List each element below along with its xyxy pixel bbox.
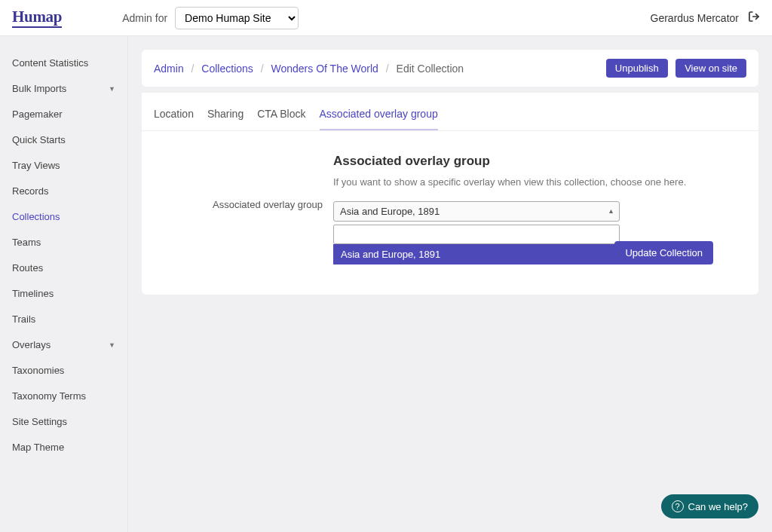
sidebar-item-taxonomy-terms[interactable]: Taxonomy Terms <box>12 386 127 406</box>
sidebar-item-label: Content Statistics <box>12 57 88 69</box>
breadcrumb-sep: / <box>261 63 264 75</box>
tab-cta-block[interactable]: CTA Block <box>257 93 305 130</box>
sidebar-item-label: Map Theme <box>12 442 64 453</box>
sidebar-item-map-theme[interactable]: Map Theme <box>12 437 127 457</box>
sidebar-item-trails[interactable]: Trails <box>12 309 127 329</box>
panel-title: Associated overlay group <box>333 154 713 169</box>
logout-icon[interactable] <box>748 11 760 25</box>
breadcrumb-admin[interactable]: Admin <box>154 63 184 75</box>
site-selector[interactable]: Demo Humap Site <box>175 7 299 29</box>
admin-for-label: Admin for <box>122 12 167 24</box>
sidebar-item-pagemaker[interactable]: Pagemaker <box>12 104 127 124</box>
chevron-up-icon: ▴ <box>609 206 613 215</box>
breadcrumb-sep: / <box>191 63 195 75</box>
sidebar-item-label: Taxonomies <box>12 365 64 376</box>
help-icon: ? <box>672 500 684 512</box>
username: Gerardus Mercator <box>651 12 739 24</box>
sidebar-item-routes[interactable]: Routes <box>12 258 127 278</box>
breadcrumb: Admin / Collections / Wonders Of The Wor… <box>154 63 464 75</box>
breadcrumb-sep: / <box>386 63 389 75</box>
sidebar-item-timelines[interactable]: Timelines <box>12 283 127 304</box>
sidebar-item-overlays[interactable]: Overlays▼ <box>12 335 127 355</box>
sidebar-item-label: Tray Views <box>12 160 60 171</box>
user-area: Gerardus Mercator <box>651 11 760 25</box>
sidebar-item-quick-starts[interactable]: Quick Starts <box>12 130 127 150</box>
view-on-site-button[interactable]: View on site <box>676 59 746 78</box>
tab-associated-overlay-group[interactable]: Associated overlay group <box>320 93 438 130</box>
sidebar-item-label: Routes <box>12 262 43 274</box>
sidebar-item-tray-views[interactable]: Tray Views <box>12 155 127 176</box>
sidebar-item-teams[interactable]: Teams <box>12 232 127 252</box>
tab-sharing[interactable]: Sharing <box>207 93 244 130</box>
sidebar-item-site-settings[interactable]: Site Settings <box>12 411 127 432</box>
chevron-down-icon: ▼ <box>109 341 115 349</box>
overlay-search-input[interactable] <box>333 225 620 244</box>
update-collection-button[interactable]: Update Collection <box>614 241 713 264</box>
sidebar-item-label: Pagemaker <box>12 109 62 120</box>
sidebar-item-label: Collections <box>12 211 60 222</box>
main-content: Admin / Collections / Wonders Of The Wor… <box>128 36 772 532</box>
tabs: LocationSharingCTA BlockAssociated overl… <box>142 93 758 131</box>
sidebar-item-content-statistics[interactable]: Content Statistics <box>12 53 127 73</box>
app-logo[interactable]: Humap <box>12 8 62 28</box>
tab-location[interactable]: Location <box>154 93 194 130</box>
sidebar-item-bulk-imports[interactable]: Bulk Imports▼ <box>12 78 127 99</box>
sidebar-item-label: Timelines <box>12 288 54 299</box>
chevron-down-icon: ▼ <box>109 85 115 93</box>
overlay-dropdown-option[interactable]: Asia and Europe, 1891 <box>333 244 620 264</box>
sidebar-item-label: Site Settings <box>12 416 67 427</box>
sidebar-item-label: Trails <box>12 313 35 325</box>
sidebar-item-collections[interactable]: Collections <box>12 206 127 227</box>
breadcrumb-collections[interactable]: Collections <box>201 63 253 75</box>
sidebar-item-label: Records <box>12 185 48 197</box>
unpublish-button[interactable]: Unpublish <box>606 59 668 78</box>
action-buttons: Unpublish View on site <box>606 59 746 78</box>
edit-panel: LocationSharingCTA BlockAssociated overl… <box>142 93 758 295</box>
sidebar-item-taxonomies[interactable]: Taxonomies <box>12 360 127 381</box>
sidebar: Content StatisticsBulk Imports▼Pagemaker… <box>0 36 128 532</box>
field-value-column: Associated overlay group If you want to … <box>333 154 713 264</box>
sidebar-item-label: Taxonomy Terms <box>12 390 86 402</box>
sidebar-item-label: Bulk Imports <box>12 83 66 94</box>
sidebar-item-records[interactable]: Records <box>12 181 127 201</box>
breadcrumb-bar: Admin / Collections / Wonders Of The Wor… <box>142 50 758 87</box>
sidebar-item-label: Overlays <box>12 339 51 350</box>
breadcrumb-current: Edit Collection <box>397 63 464 75</box>
panel-description: If you want to show a specific overlay w… <box>333 176 713 188</box>
overlay-select-value: Asia and Europe, 1891 <box>340 206 440 217</box>
overlay-select[interactable]: Asia and Europe, 1891 ▴ <box>333 201 620 222</box>
help-widget[interactable]: ? Can we help? <box>661 494 759 518</box>
sidebar-item-label: Teams <box>12 237 41 248</box>
topbar: Humap Admin for Demo Humap Site Gerardus… <box>0 0 772 36</box>
sidebar-item-label: Quick Starts <box>12 134 66 145</box>
help-label: Can we help? <box>688 501 749 512</box>
panel-body: Associated overlay group Associated over… <box>142 131 758 295</box>
breadcrumb-record[interactable]: Wonders Of The World <box>271 63 378 75</box>
field-label-column: Associated overlay group <box>187 154 323 264</box>
overlay-field-label: Associated overlay group <box>213 199 323 210</box>
